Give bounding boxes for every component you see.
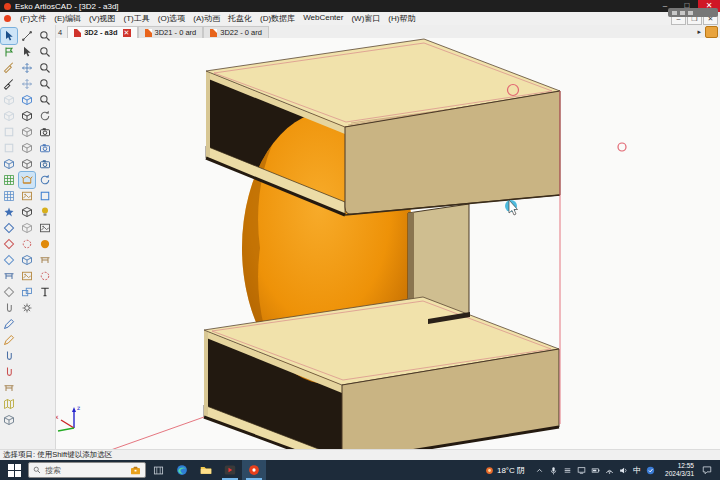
menu-item-6[interactable]: 托盘化 <box>224 13 256 24</box>
menu-item-3[interactable]: (T)工具 <box>120 13 154 24</box>
taskbar-weather[interactable]: 18°C 阴 <box>479 465 531 476</box>
grid-snap-tool-button[interactable] <box>1 172 17 188</box>
microphone-icon[interactable] <box>549 466 558 475</box>
light-settings-tool-button[interactable] <box>37 204 53 220</box>
security-shield-icon[interactable] <box>646 466 655 475</box>
cube-axes-tool-button[interactable] <box>1 156 17 172</box>
menu-item-8[interactable]: WebCenter <box>299 13 347 24</box>
zoom-out-tool-button[interactable] <box>37 60 53 76</box>
attach-tool-button[interactable] <box>1 300 17 316</box>
flag-select-tool-button[interactable] <box>1 44 17 60</box>
speaker-icon[interactable] <box>619 466 628 475</box>
edge-browser-taskbar-button[interactable] <box>170 460 194 480</box>
file-explorer-taskbar-button[interactable] <box>194 460 218 480</box>
wire-box-tool-button[interactable] <box>1 412 17 428</box>
grid-tool-button[interactable] <box>1 188 17 204</box>
3d-scene[interactable]: z x y <box>56 38 720 449</box>
tab-overflow-arrow[interactable]: ▸ <box>697 28 701 36</box>
edit-cube-tool-button[interactable] <box>19 156 35 172</box>
menu-item-10[interactable]: (H)帮助 <box>384 13 419 24</box>
media-player-taskbar-button[interactable] <box>218 460 242 480</box>
select-tool-button[interactable] <box>1 28 17 44</box>
menu-item-7[interactable]: (D)数据库 <box>256 13 299 24</box>
chevron-up-icon[interactable] <box>535 466 544 475</box>
notification-center-button[interactable] <box>700 460 720 480</box>
subtract-solid-tool-button[interactable] <box>1 108 17 124</box>
rotate-view-tool-button[interactable] <box>37 172 53 188</box>
menu-item-9[interactable]: (W)窗口 <box>347 13 384 24</box>
battery-icon[interactable] <box>591 466 600 475</box>
tab-close-button[interactable]: ✕ <box>123 29 131 37</box>
workbench-tool-button[interactable] <box>1 380 17 396</box>
front-cube-tool-button[interactable] <box>19 124 35 140</box>
add-pencil-tool-button[interactable] <box>1 332 17 348</box>
pick-edge-tool-button[interactable] <box>1 76 17 92</box>
menu-item-1[interactable]: (E)编辑 <box>50 13 85 24</box>
diamond-select-tool-button[interactable] <box>1 220 17 236</box>
menu-item-5[interactable]: (A)动画 <box>189 13 224 24</box>
camera-angle-tool-button[interactable] <box>37 140 53 156</box>
fold-map-tool-button[interactable] <box>1 396 17 412</box>
network-icon[interactable] <box>605 466 614 475</box>
diamond-flat-tool-button[interactable] <box>1 284 17 300</box>
document-tab-0[interactable]: 3D2 - a3d✕ <box>67 26 137 38</box>
document-tab-1[interactable]: 3D21 - 0 ard <box>138 26 204 38</box>
add-solid-tool-button[interactable] <box>1 92 17 108</box>
render-image-tool-button[interactable] <box>19 188 35 204</box>
task-view-taskbar-button[interactable] <box>146 460 170 480</box>
rotation-handle[interactable] <box>618 143 626 151</box>
menu-item-2[interactable]: (V)视图 <box>85 13 120 24</box>
group-parts-tool-button[interactable] <box>19 284 35 300</box>
wire-cube-tool-button[interactable] <box>19 220 35 236</box>
ime-indicator[interactable]: 中 <box>633 465 641 476</box>
attach-delete-tool-button[interactable] <box>1 364 17 380</box>
diamond-move-tool-button[interactable] <box>1 252 17 268</box>
camera-view-tool-button[interactable] <box>37 124 53 140</box>
zoom-window-tool-button[interactable] <box>37 76 53 92</box>
scene-image-tool-button[interactable] <box>19 268 35 284</box>
frame-view-tool-button[interactable] <box>37 188 53 204</box>
background-image-tool-button[interactable] <box>37 220 53 236</box>
monitor-icon[interactable] <box>577 466 586 475</box>
fold-open-box-tool-button[interactable] <box>19 172 35 188</box>
taskbar-clock[interactable]: 12:55 2024/3/31 <box>659 462 700 478</box>
solid-cube-tool-button[interactable] <box>19 204 35 220</box>
select-box-tool-button[interactable] <box>19 236 35 252</box>
attach-settings-tool-button[interactable] <box>1 348 17 364</box>
artioscad-taskbar-button[interactable] <box>242 460 266 480</box>
move-copy-tool-button[interactable] <box>19 76 35 92</box>
clamp-tool-button[interactable] <box>1 268 17 284</box>
select-part-tool-button[interactable] <box>19 44 35 60</box>
dimension-t-tool-button[interactable] <box>37 284 53 300</box>
extrude-face-tool-button[interactable] <box>1 140 17 156</box>
dimension-circle-tool-button[interactable] <box>37 268 53 284</box>
workspace-basket-icon[interactable] <box>705 26 718 38</box>
start-button[interactable] <box>0 460 28 480</box>
pan-view-tool-button[interactable] <box>37 108 53 124</box>
prop-furniture-tool-button[interactable] <box>37 252 53 268</box>
knife-tool-button[interactable] <box>1 60 17 76</box>
menu-item-4[interactable]: (O)选项 <box>154 13 190 24</box>
menu-item-0[interactable]: (F)文件 <box>16 13 50 24</box>
sparkle-tool-button[interactable] <box>1 204 17 220</box>
diamond-wire-tool-button[interactable] <box>1 236 17 252</box>
magnifier-icon <box>39 78 51 90</box>
3d-viewport[interactable]: z x y <box>56 38 720 449</box>
bars-icon[interactable] <box>563 466 572 475</box>
move-point-tool-button[interactable] <box>19 60 35 76</box>
blue-cube-tool-button[interactable] <box>19 252 35 268</box>
orange-sample-tool-button[interactable] <box>37 236 53 252</box>
face-tool-button[interactable] <box>1 124 17 140</box>
zoom-pointer-tool-button[interactable] <box>37 44 53 60</box>
camera-render-tool-button[interactable] <box>37 156 53 172</box>
dimension-line-tool-button[interactable] <box>19 28 35 44</box>
iso-cube-tool-button[interactable] <box>19 140 35 156</box>
zoom-in-tool-button[interactable] <box>37 28 53 44</box>
taskbar-search-input[interactable]: 搜索 <box>28 462 146 478</box>
zoom-fit-tool-button[interactable] <box>37 92 53 108</box>
edit-pencil-tool-button[interactable] <box>1 316 17 332</box>
parts-gear-tool-button[interactable] <box>19 300 35 316</box>
shade-cube-tool-button[interactable] <box>19 108 35 124</box>
document-tab-2[interactable]: 3D22 - 0 ard <box>203 26 269 38</box>
view-cube-tool-button[interactable] <box>19 92 35 108</box>
